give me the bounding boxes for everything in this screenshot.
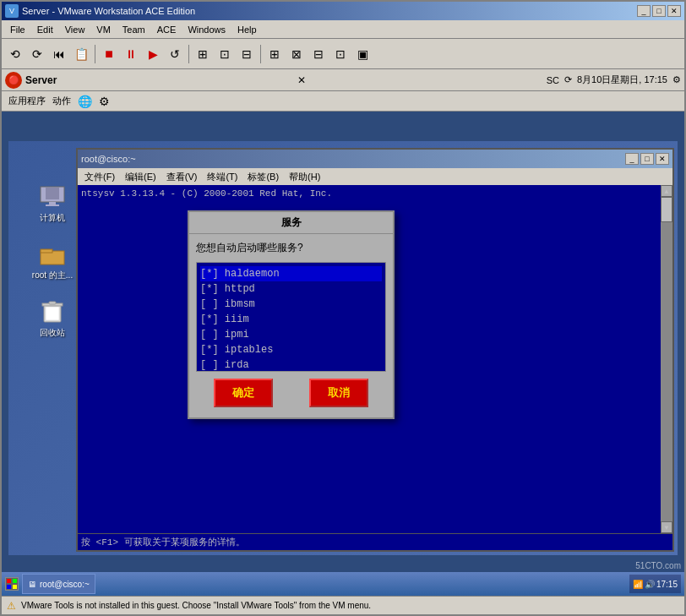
toolbar-sep-2 (188, 45, 189, 63)
scroll-track[interactable] (661, 197, 672, 521)
toolbar-sep-1 (95, 45, 95, 63)
svg-rect-5 (41, 249, 52, 253)
vmware-icon: V (5, 4, 19, 18)
services-question: 您想自动启动哪些服务? (196, 241, 386, 255)
scroll-down-arrow[interactable]: ▼ (661, 521, 672, 533)
service-irda[interactable]: [ ] irda (200, 357, 382, 372)
maximize-button[interactable]: □ (652, 5, 666, 17)
toolbar-btn-9[interactable]: ⊠ (286, 44, 307, 64)
services-list[interactable]: [*] haldaemon [*] httpd [ ] ibmsm [*] ii… (196, 262, 386, 372)
toolbar-btn-6[interactable]: ⊡ (215, 44, 235, 64)
sc-icon: ⟳ (564, 74, 572, 85)
computer-icon (37, 183, 68, 210)
inner-menu-help[interactable]: 帮助(H) (286, 170, 324, 184)
taskbar-terminal-icon: 🖥 (28, 580, 36, 589)
services-dialog-buttons: 确定 取消 (196, 379, 386, 407)
taskbar-terminal-item[interactable]: 🖥 root@cisco:~ (22, 574, 95, 594)
scroll-thumb[interactable] (661, 197, 672, 222)
menu-edit[interactable]: Edit (32, 23, 58, 36)
minimize-button[interactable]: _ (637, 5, 651, 17)
inner-terminal-window: root@cisco:~ _ □ ✕ 文件(F) 编辑(E) 查看(V) 终端(… (76, 148, 674, 552)
terminal-content[interactable]: ntsysv 1.3.13.4 - (C) 2000-2001 Red Hat,… (78, 185, 672, 533)
inner-terminal-title: root@cisco:~ (81, 154, 136, 164)
services-dialog-content: 您想自动启动哪些服务? [*] haldaemon [*] httpd [ ] … (189, 234, 393, 417)
window-title: Server - VMware Workstation ACE Edition (22, 6, 195, 16)
server-tab-title: Server (25, 74, 57, 86)
menu-help[interactable]: Help (232, 23, 262, 36)
inner-menu-bar: 文件(F) 编辑(E) 查看(V) 终端(T) 标签(B) 帮助(H) (78, 168, 672, 185)
service-ibmsm[interactable]: [ ] ibmsm (200, 297, 382, 312)
toolbar-btn-8[interactable]: ⊞ (264, 44, 285, 64)
inner-menu-edit[interactable]: 编辑(E) (122, 170, 160, 184)
toolbar-btn-5[interactable]: ⊞ (193, 44, 213, 64)
terminal-status-bar: 按 <F1> 可获取关于某项服务的详情。 (78, 533, 672, 550)
menu-windows[interactable]: Windows (182, 23, 231, 36)
service-ipmi[interactable]: [ ] ipmi (200, 327, 382, 342)
actions-menu-label[interactable]: 动作 (52, 95, 71, 107)
virtual-desktop[interactable]: 计算机 root 的主... (8, 141, 678, 555)
svg-rect-2 (49, 202, 56, 204)
scroll-up-arrow[interactable]: ▲ (661, 185, 672, 197)
volume-icon: 🔊 (645, 580, 655, 589)
toolbar-btn-2[interactable]: ⟳ (27, 44, 47, 64)
terminal-scrollbar[interactable]: ▲ ▼ (661, 185, 672, 533)
toolbar-btn-4[interactable]: 📋 (71, 44, 91, 64)
taskbar-start-icon[interactable] (5, 577, 19, 591)
inner-menu-file[interactable]: 文件(F) (81, 170, 118, 184)
inner-terminal-title-bar: root@cisco:~ _ □ ✕ (78, 150, 672, 168)
close-button[interactable]: ✕ (667, 5, 681, 17)
menu-team[interactable]: Team (117, 23, 150, 36)
inner-menu-view[interactable]: 查看(V) (163, 170, 201, 184)
service-haldaemon[interactable]: [*] haldaemon (200, 266, 382, 281)
toolbar-stop-btn[interactable]: ■ (99, 44, 119, 64)
bottom-status-bar: ⚠ VMware Tools is not installed in this … (2, 596, 684, 614)
server-tab-right: SC ⟳ 8月10日星期日, 17:15 ⚙ (547, 74, 681, 86)
sc-label: SC (547, 75, 559, 85)
svg-rect-10 (7, 579, 11, 583)
menu-file[interactable]: File (5, 23, 30, 36)
server-tab-close-icon[interactable]: ✕ (294, 74, 309, 86)
vmware-window: V Server - VMware Workstation ACE Editio… (0, 0, 686, 616)
trash-icon-label: 回收站 (40, 327, 65, 339)
ok-button[interactable]: 确定 (214, 379, 273, 407)
toolbar-btn-3[interactable]: ⏮ (49, 44, 69, 64)
inner-title-controls: _ □ ✕ (625, 153, 669, 165)
menu-vm[interactable]: VM (91, 23, 116, 36)
cancel-button[interactable]: 取消 (309, 379, 368, 407)
trash-icon (37, 298, 68, 325)
svg-rect-7 (46, 307, 59, 320)
vm-display-area[interactable]: 计算机 root 的主... (2, 112, 684, 596)
watermark: 51CTO.com (635, 561, 681, 570)
toolbar-play-btn[interactable]: ▶ (143, 44, 163, 64)
service-iptables[interactable]: [*] iptables (200, 342, 382, 357)
toolbar-btn-12[interactable]: ▣ (352, 44, 373, 64)
toolbar-pause-btn[interactable]: ⏸ (121, 44, 141, 64)
app-menu-label[interactable]: 应用程序 (8, 95, 46, 107)
terminal-status-text: 按 <F1> 可获取关于某项服务的详情。 (81, 537, 245, 548)
service-iiim[interactable]: [*] iiim (200, 312, 382, 327)
toolbar-btn-7[interactable]: ⊟ (237, 44, 257, 64)
app-icon-2: ⚙ (99, 95, 110, 108)
inner-minimize-btn[interactable]: _ (625, 153, 639, 165)
inner-menu-terminal[interactable]: 终端(T) (204, 170, 241, 184)
menu-ace[interactable]: ACE (152, 23, 182, 36)
toolbar-btn-1[interactable]: ⟲ (5, 44, 25, 64)
server-tab-icon: 🔴 (5, 72, 22, 89)
taskbar: 🖥 root@cisco:~ 📶 🔊 17:15 (2, 572, 684, 596)
toolbar-btn-11[interactable]: ⊡ (330, 44, 351, 64)
service-httpd[interactable]: [*] httpd (200, 281, 382, 297)
inner-maximize-btn[interactable]: □ (640, 153, 654, 165)
inner-menu-tabs[interactable]: 标签(B) (244, 170, 282, 184)
menu-view[interactable]: View (60, 23, 90, 36)
toolbar-refresh-btn[interactable]: ↺ (165, 44, 185, 64)
home-folder-icon (37, 241, 68, 268)
services-dialog: 服务 您想自动启动哪些服务? [*] haldaemon [*] httpd [… (188, 210, 395, 419)
inner-close-btn[interactable]: ✕ (656, 153, 669, 165)
toolbar-btn-10[interactable]: ⊟ (308, 44, 329, 64)
svg-rect-3 (46, 204, 59, 206)
settings-icon[interactable]: ⚙ (672, 74, 681, 85)
svg-rect-12 (7, 585, 11, 589)
toolbar-sep-3 (260, 45, 261, 63)
title-bar-left: V Server - VMware Workstation ACE Editio… (5, 4, 195, 18)
app-bar: 应用程序 动作 🌐 ⚙ (2, 91, 684, 112)
